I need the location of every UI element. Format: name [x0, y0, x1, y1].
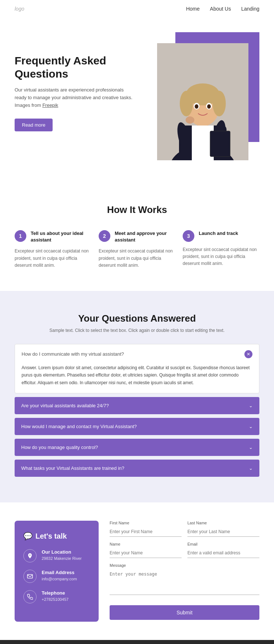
how-it-works-section: How It Works 1 Tell us about your ideal …	[0, 182, 274, 291]
faq-closed-3-text: How do you manage quality control?	[21, 445, 98, 450]
last-name-label: Last Name	[187, 521, 259, 525]
steps-container: 1 Tell us about your ideal assistant Exc…	[15, 230, 259, 269]
step-2: 2 Meet and approve your assistant Except…	[99, 230, 175, 269]
faq-closed-1-text: Are your virtual assistants available 24…	[21, 403, 109, 408]
email-input[interactable]	[187, 548, 259, 558]
chevron-down-icon-3: ⌄	[249, 445, 253, 450]
logo: logo	[15, 6, 24, 12]
read-more-button[interactable]: Read more	[15, 119, 53, 131]
faq-title: Your Questions Answered	[15, 313, 259, 324]
nav-landing[interactable]: Landing	[241, 6, 259, 12]
email-label: Email Address	[42, 570, 77, 575]
faq-open-question-text: How do I communicate with my virtual ass…	[22, 351, 124, 357]
email-icon	[23, 570, 37, 583]
message-textarea[interactable]	[110, 569, 259, 595]
faq-item-closed-2[interactable]: How would I manage and contact my Virtua…	[15, 418, 259, 435]
freepik-link[interactable]: Freepik	[42, 102, 58, 108]
contact-phone-info: Telephone +27825100457	[42, 590, 69, 602]
svg-point-6	[213, 91, 226, 116]
nav-links: Home About Us Landing	[186, 6, 259, 12]
contact-card: 💬 Let's talk Our Location 29832 Makenzie…	[15, 521, 99, 622]
hero-content: Frequently Asked Questions Our virtual a…	[15, 32, 141, 131]
name-label: Name	[110, 542, 182, 546]
location-value: 29832 Makenzie River	[42, 556, 81, 561]
contact-section: 💬 Let's talk Our Location 29832 Makenzie…	[0, 502, 274, 640]
faq-open-question-row[interactable]: How do I communicate with my virtual ass…	[15, 344, 259, 364]
footer: Sample text. Click to select the Text El…	[0, 640, 274, 644]
first-name-group: First Name	[110, 521, 182, 537]
first-name-input[interactable]	[110, 527, 182, 537]
form-row-3: Message	[110, 563, 259, 595]
faq-item-closed-3[interactable]: How do you manage quality control? ⌄	[15, 439, 259, 456]
step-1-text: Excepteur sint occaecat cupidatat non pr…	[15, 248, 91, 269]
step-2-text: Excepteur sint occaecat cupidatat non pr…	[99, 248, 175, 269]
contact-location-info: Our Location 29832 Makenzie River	[42, 549, 81, 561]
step-2-number: 2	[99, 230, 110, 242]
faq-open-icon: ✕	[244, 350, 252, 358]
message-label: Message	[110, 563, 259, 568]
person-illustration	[157, 43, 248, 160]
last-name-input[interactable]	[187, 527, 259, 537]
how-it-works-title: How It Works	[15, 204, 259, 216]
faq-subtitle: Sample text. Click to select the text bo…	[15, 328, 259, 333]
phone-label: Telephone	[42, 590, 69, 596]
first-name-label: First Name	[110, 521, 182, 525]
hero-description: Our virtual assistants are experienced p…	[15, 86, 133, 109]
location-label: Our Location	[42, 549, 81, 555]
last-name-group: Last Name	[187, 521, 259, 537]
hero-image	[157, 43, 248, 160]
contact-form: First Name Last Name Name Email Message	[110, 521, 259, 620]
step-3-title: Launch and track	[199, 230, 238, 237]
step-2-header: 2 Meet and approve your assistant	[99, 230, 175, 243]
svg-rect-16	[210, 131, 230, 157]
faq-item-open[interactable]: How do I communicate with my virtual ass…	[15, 344, 259, 393]
contact-card-title: 💬 Let's talk	[23, 532, 90, 540]
faq-section: Your Questions Answered Sample text. Cli…	[0, 291, 274, 502]
form-row-1: First Name Last Name	[110, 521, 259, 537]
message-group: Message	[110, 563, 259, 595]
hero-section: Frequently Asked Questions Our virtual a…	[0, 18, 274, 182]
step-3-number: 3	[183, 230, 194, 242]
svg-point-5	[180, 91, 193, 116]
contact-location-item: Our Location 29832 Makenzie River	[23, 549, 90, 562]
svg-point-9	[195, 104, 198, 109]
faq-item-closed-1[interactable]: Are your virtual assistants available 24…	[15, 397, 259, 414]
hero-image-wrapper	[141, 32, 259, 160]
step-2-title: Meet and approve your assistant	[115, 230, 175, 243]
form-row-2: Name Email	[110, 542, 259, 558]
location-icon	[23, 549, 37, 562]
name-input[interactable]	[110, 548, 182, 558]
svg-rect-17	[27, 574, 33, 578]
chat-icon: 💬	[23, 532, 33, 540]
contact-phone-item: Telephone +27825100457	[23, 590, 90, 603]
email-value: info@company.com	[42, 577, 77, 581]
submit-button[interactable]: Submit	[110, 605, 259, 620]
navbar: logo Home About Us Landing	[0, 0, 274, 18]
chevron-down-icon-4: ⌄	[249, 465, 253, 471]
step-1-header: 1 Tell us about your ideal assistant	[15, 230, 91, 243]
contact-email-item: Email Address info@company.com	[23, 570, 90, 583]
email-group: Email	[187, 542, 259, 558]
phone-icon	[23, 590, 37, 603]
email-label: Email	[187, 542, 259, 546]
step-1-title: Tell us about your ideal assistant	[31, 230, 91, 243]
step-3-text: Excepteur sint occaecat cupidatat non pr…	[183, 246, 259, 267]
chevron-down-icon-2: ⌄	[249, 424, 253, 429]
nav-home[interactable]: Home	[186, 6, 199, 12]
faq-closed-4-text: What tasks your Virtual Assistants are t…	[21, 465, 124, 471]
step-1: 1 Tell us about your ideal assistant Exc…	[15, 230, 91, 269]
contact-email-info: Email Address info@company.com	[42, 570, 77, 581]
phone-value: +27825100457	[42, 597, 69, 602]
name-group: Name	[110, 542, 182, 558]
step-1-number: 1	[15, 230, 26, 242]
step-3-header: 3 Launch and track	[183, 230, 259, 242]
faq-item-closed-4[interactable]: What tasks your Virtual Assistants are t…	[15, 460, 259, 477]
faq-closed-2-text: How would I manage and contact my Virtua…	[21, 424, 137, 429]
step-3: 3 Launch and track Excepteur sint occaec…	[183, 230, 259, 269]
svg-point-15	[186, 116, 194, 124]
svg-point-10	[207, 104, 211, 109]
nav-about[interactable]: About Us	[210, 6, 231, 12]
faq-open-answer: Answer. Lorem ipsum dolor sit amet, cons…	[15, 364, 259, 393]
hero-title: Frequently Asked Questions	[15, 54, 133, 80]
chevron-down-icon-1: ⌄	[249, 403, 253, 408]
